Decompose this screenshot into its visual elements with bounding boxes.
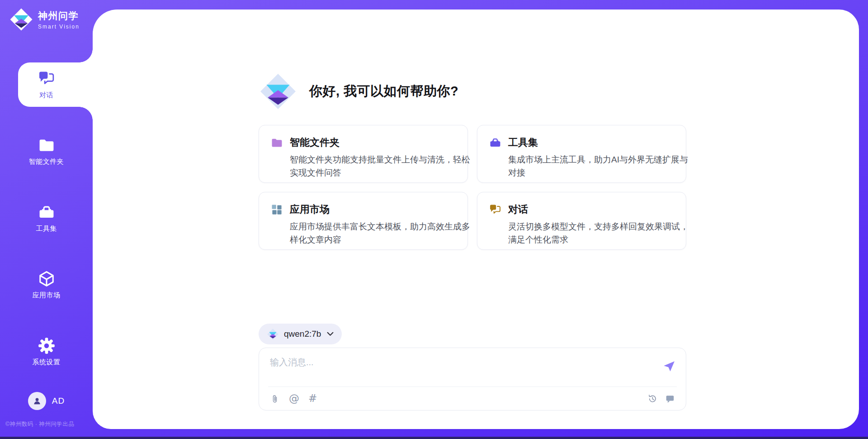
sidebar-item-label: 工具集 xyxy=(36,224,57,233)
card-title: 应用市场 xyxy=(290,203,330,216)
brand-subtitle: Smart Vision xyxy=(38,24,80,30)
greeting-title: 你好, 我可以如何帮助你? xyxy=(309,82,458,100)
brand-text: 神州问学 Smart Vision xyxy=(38,10,80,30)
avatar xyxy=(28,392,46,410)
person-icon xyxy=(32,396,42,406)
main-panel: 你好, 我可以如何帮助你? 智能文件夹 智能文件夹功能支持批量文件上传与清洗，轻… xyxy=(93,10,859,429)
card-description: 灵活切换多模型文件，支持多样回复效果调试，满足个性化需求 xyxy=(508,220,691,246)
blocks-icon xyxy=(271,204,283,216)
chat-icon xyxy=(38,70,55,87)
brand-diamond-icon xyxy=(259,72,297,111)
sidebar-item-market[interactable]: 应用市场 xyxy=(0,264,93,305)
attachment-icon[interactable] xyxy=(270,394,280,404)
model-selector[interactable]: qwen2:7b xyxy=(259,324,342,344)
send-icon xyxy=(662,359,676,373)
chevron-down-icon xyxy=(327,332,334,336)
card-title: 对话 xyxy=(508,203,528,216)
card-description: 集成市场上主流工具，助力AI与外界无缝扩展与对接 xyxy=(508,153,691,179)
composer-right-actions xyxy=(647,394,675,404)
message-composer: @ # xyxy=(259,348,686,410)
card-toolset[interactable]: 工具集 集成市场上主流工具，助力AI与外界无缝扩展与对接 xyxy=(477,125,686,183)
model-name: qwen2:7b xyxy=(284,329,321,339)
sidebar-item-tools[interactable]: 工具集 xyxy=(0,197,93,239)
card-smart-folder[interactable]: 智能文件夹 智能文件夹功能支持批量文件上传与清洗，轻松实现文件问答 xyxy=(259,125,468,183)
brand-name: 神州问学 xyxy=(38,10,80,22)
user-profile[interactable]: AD xyxy=(0,392,93,410)
card-title: 智能文件夹 xyxy=(290,136,340,149)
feature-cards: 智能文件夹 智能文件夹功能支持批量文件上传与清洗，轻松实现文件问答 工具集 集成… xyxy=(259,125,686,250)
sidebar-item-label: 智能文件夹 xyxy=(29,157,64,166)
feedback-icon[interactable] xyxy=(665,394,675,404)
cube-icon xyxy=(38,270,55,287)
gear-icon xyxy=(38,337,55,354)
brand-diamond-icon xyxy=(9,7,33,32)
card-description: 智能文件夹功能支持批量文件上传与清洗，轻松实现文件问答 xyxy=(290,153,472,179)
hashtag-icon[interactable]: # xyxy=(308,393,317,404)
toolbox-icon xyxy=(38,204,55,221)
chat-icon xyxy=(489,204,501,216)
toolbox-icon xyxy=(489,137,501,149)
card-chat[interactable]: 对话 灵活切换多模型文件，支持多样回复效果调试，满足个性化需求 xyxy=(477,192,686,250)
sidebar-item-label: 应用市场 xyxy=(33,291,61,300)
composer-left-actions: @ # xyxy=(270,393,317,404)
card-app-market[interactable]: 应用市场 应用市场提供丰富长文本模板，助力高效生成多样化文章内容 xyxy=(259,192,468,250)
sidebar-item-settings[interactable]: 系统设置 xyxy=(0,331,93,372)
greeting: 你好, 我可以如何帮助你? xyxy=(259,72,458,111)
app-root: 神州问学 Smart Vision 对话 智能文件夹 xyxy=(0,0,868,439)
send-button[interactable] xyxy=(662,359,676,373)
sidebar-item-chat[interactable]: 对话 xyxy=(0,64,93,105)
sidebar-item-label: 对话 xyxy=(39,91,53,100)
sidebar-item-label: 系统设置 xyxy=(33,358,61,367)
brand-diamond-icon xyxy=(267,328,279,340)
sidebar-item-folders[interactable]: 智能文件夹 xyxy=(0,130,93,172)
card-description: 应用市场提供丰富长文本模板，助力高效生成多样化文章内容 xyxy=(290,220,472,246)
sidebar-footer: ©神州数码 · 神州问学出品 xyxy=(5,420,74,428)
history-icon[interactable] xyxy=(647,394,657,404)
brand-logo: 神州问学 Smart Vision xyxy=(9,7,80,32)
folder-icon xyxy=(38,137,55,154)
window-bottom-edge xyxy=(0,437,868,439)
mention-icon[interactable]: @ xyxy=(289,393,299,404)
sidebar: 神州问学 Smart Vision 对话 智能文件夹 xyxy=(0,0,93,439)
user-initials: AD xyxy=(52,396,65,406)
composer-toolbar: @ # xyxy=(270,387,675,410)
message-input[interactable] xyxy=(270,356,650,382)
folder-icon xyxy=(271,137,283,149)
card-title: 工具集 xyxy=(508,136,538,149)
